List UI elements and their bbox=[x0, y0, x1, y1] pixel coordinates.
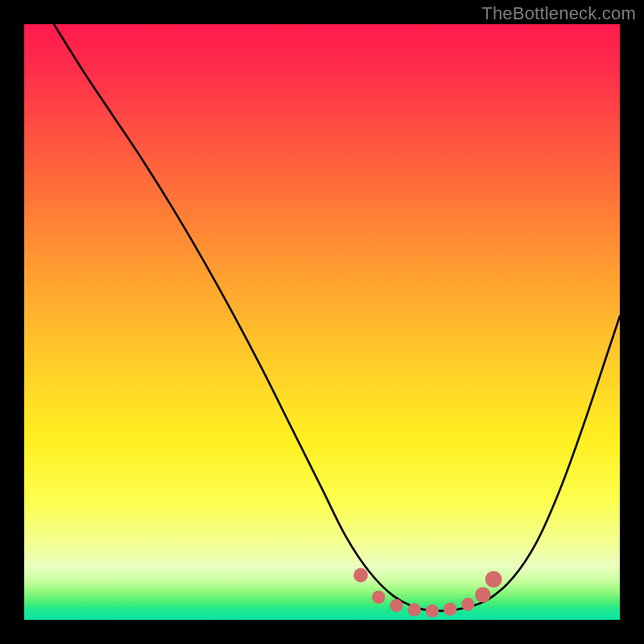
marker-dot bbox=[353, 568, 368, 583]
curve-layer bbox=[24, 24, 620, 620]
bottom-cluster-markers bbox=[353, 568, 502, 617]
marker-dot bbox=[408, 603, 421, 616]
marker-dot bbox=[461, 598, 474, 611]
watermark-text: TheBottleneck.com bbox=[481, 3, 636, 24]
marker-dot bbox=[390, 599, 402, 612]
plot-area bbox=[24, 24, 620, 620]
marker-dot bbox=[475, 587, 490, 602]
marker-dot bbox=[426, 605, 439, 617]
chart-frame: TheBottleneck.com bbox=[0, 0, 644, 644]
bottleneck-curve bbox=[54, 24, 620, 611]
marker-dot bbox=[372, 591, 385, 604]
marker-dot bbox=[444, 603, 456, 616]
marker-dot bbox=[485, 571, 502, 588]
